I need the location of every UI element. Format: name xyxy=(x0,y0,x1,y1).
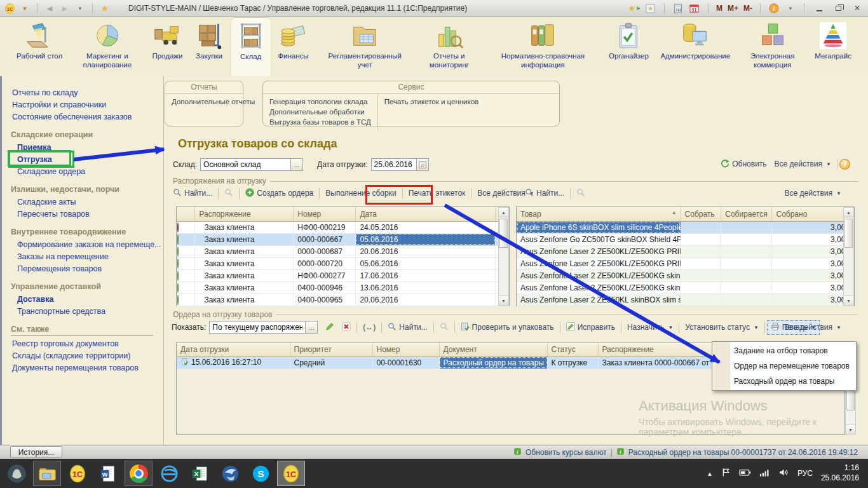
column-header[interactable]: Номер xyxy=(372,342,439,356)
info-dropdown-icon[interactable]: ▼ xyxy=(785,3,796,14)
close-button[interactable]: × xyxy=(850,3,864,14)
taskbar-ie-icon[interactable] xyxy=(155,461,183,486)
fix-button[interactable]: Исправить xyxy=(562,320,619,335)
forward-icon[interactable]: ▶ xyxy=(59,3,71,14)
all-actions-button-goods[interactable]: Все действия▼ xyxy=(781,187,845,200)
menu-item-задание-на-отбор-товаров[interactable]: Задание на отбор товаров xyxy=(712,343,856,358)
show-filter-picker-button[interactable]: ... xyxy=(306,321,318,334)
clear-search-button-bottom[interactable] xyxy=(436,320,452,335)
table-row[interactable]: Заказ клиентаНФ00-00021924.05.2016С xyxy=(177,221,509,233)
ribbon-tab-маркетинг-и-планирование[interactable]: Маркетинг и планирование xyxy=(69,17,146,76)
tray-expand-icon[interactable]: ▲ xyxy=(707,470,713,477)
info-icon[interactable]: i xyxy=(768,3,780,14)
sidebar-item-доставка[interactable]: Доставка xyxy=(11,293,159,305)
sidebar-item-документы-перемещения-товаров[interactable]: Документы перемещения товаров xyxy=(11,362,159,374)
column-header[interactable]: Товар▲ xyxy=(517,207,681,221)
column-header[interactable]: Собирается xyxy=(721,207,772,221)
taskbar-chrome-icon[interactable] xyxy=(125,461,153,486)
app-1c-icon[interactable]: 1С xyxy=(4,3,15,14)
column-header[interactable] xyxy=(177,207,195,221)
sidebar-item-формирование-заказов-на-перемеще-[interactable]: Формирование заказов на перемеще... xyxy=(11,238,159,250)
scroll-up-icon[interactable]: ▲ xyxy=(844,208,853,217)
assembly-button[interactable]: Выполнение сборки xyxy=(322,187,400,200)
scroll-down-icon[interactable]: ▼ xyxy=(846,424,855,434)
sidebar-item-складские-ордера[interactable]: Складские ордера xyxy=(11,165,159,177)
orders-table-scrollbar[interactable]: ▲ ▼ xyxy=(498,207,509,306)
table-row[interactable]: Asus Zenfone Laser 2 ZE550KL skinBOX sli… xyxy=(517,294,854,306)
column-header[interactable]: Дата xyxy=(356,207,496,221)
column-header[interactable]: Номер xyxy=(294,207,356,221)
sidebar-item-реестр-торговых-документов[interactable]: Реестр торговых документов xyxy=(11,337,159,349)
orders-table[interactable]: РаспоряжениеНомерДатаПЗаказ клиентаНФ00-… xyxy=(176,207,510,306)
ribbon-tab-финансы[interactable]: Финансы xyxy=(273,17,313,76)
goods-table[interactable]: Товар▲СобратьСобираетсяСобраноApple iPho… xyxy=(516,207,855,306)
taskbar-explorer-icon[interactable] xyxy=(33,461,61,486)
sidebar-item-пересчеты-товаров[interactable]: Пересчеты товаров xyxy=(11,208,159,220)
column-header[interactable]: Распоряжение xyxy=(195,207,294,221)
table-row[interactable]: Asus Zenfone Laser 2 ZE500KL/ZE500KG ski… xyxy=(517,269,854,281)
sidebar-item-складские-акты[interactable]: Складские акты xyxy=(11,196,159,208)
history-dropdown-icon[interactable]: ▼ xyxy=(74,3,86,14)
taskbar-word-icon[interactable]: W xyxy=(94,461,122,486)
clear-search-button-goods[interactable] xyxy=(573,186,589,201)
ribbon-tab-нормативно-справочная-информация[interactable]: Нормативно-справочная информация xyxy=(484,17,602,76)
menu-item-ордер-на-перемещение-товаров[interactable]: Ордер на перемещение товаров xyxy=(712,358,856,374)
clear-filter-button[interactable] xyxy=(338,320,355,335)
table-row[interactable]: Asus Zenfone Laser 2 ZE500KL/ZE500KG PRI… xyxy=(517,257,854,269)
table-row[interactable]: Заказ клиента0400-00096520.06.2016О xyxy=(177,294,509,306)
memory-m-plus-button[interactable]: M+ xyxy=(728,4,738,13)
find-button-goods[interactable]: Найти... xyxy=(521,186,568,201)
command-link[interactable]: Дополнительные обработки xyxy=(268,107,372,117)
column-header[interactable]: Документ xyxy=(439,342,547,356)
command-link[interactable]: Печать этикеток и ценников xyxy=(383,97,480,107)
check-and-pack-button[interactable]: Проверить и упаковать xyxy=(457,320,558,335)
sidebar-item-отгрузка[interactable]: Отгрузка xyxy=(11,153,72,165)
volume-icon[interactable] xyxy=(778,468,789,478)
taskbar-thunderbird-icon[interactable] xyxy=(216,461,244,486)
table-row[interactable]: Asus Zenfone Laser 2 ZE500KL/ZE500KG ski… xyxy=(517,281,854,294)
ribbon-tab-администрирование[interactable]: Администрирование xyxy=(655,17,735,76)
taskbar-excel-icon[interactable]: X xyxy=(186,461,214,486)
sidebar-item-настройки-и-справочники[interactable]: Настройки и справочники xyxy=(11,98,159,111)
favorites-star-icon[interactable]: ★ xyxy=(99,3,111,14)
find-button-bottom[interactable]: Найти... xyxy=(384,320,431,335)
ribbon-tab-мегапрайс[interactable]: Мегапрайс xyxy=(810,17,857,76)
calendar-icon[interactable]: 31 xyxy=(689,3,700,14)
set-status-button[interactable]: Установить статус▼ xyxy=(681,321,763,334)
show-filter-input[interactable] xyxy=(209,321,306,334)
ribbon-tab-рабочий-стол[interactable]: Рабочий стол xyxy=(11,17,67,76)
table-row[interactable]: Asus Zenfone Go ZC500TG skinBOX Shield 4… xyxy=(517,233,854,245)
ribbon-tab-продажи[interactable]: Продажи xyxy=(147,17,187,76)
sidebar-item-состояние-обеспечения-заказов[interactable]: Состояние обеспечения заказов xyxy=(11,111,159,123)
calculator-icon[interactable] xyxy=(672,3,684,14)
sidebar-item-отчеты-по-складу[interactable]: Отчеты по складу xyxy=(11,86,159,98)
column-header[interactable]: Статус xyxy=(547,342,598,356)
command-link[interactable]: Генерация топологии склада xyxy=(268,97,372,107)
refresh-button[interactable]: Обновить xyxy=(717,157,770,172)
minimize-button[interactable] xyxy=(812,3,826,14)
ship-date-input[interactable] xyxy=(371,158,417,171)
edit-filter-button[interactable] xyxy=(322,320,338,335)
clock[interactable]: 1:16 25.06.2016 xyxy=(821,463,859,483)
history-button[interactable]: История... xyxy=(10,446,62,458)
table-row[interactable]: Заказ клиента0000-00072005.06.2016В. xyxy=(177,257,509,269)
table-row[interactable]: Apple iPhone 6S skinBOX slim silicone 4P… xyxy=(517,221,854,233)
taskbar-start-button[interactable] xyxy=(3,461,31,486)
autofit-columns-button[interactable]: (↔) xyxy=(359,321,379,334)
memory-m-minus-button[interactable]: M- xyxy=(743,4,752,13)
scroll-down-icon[interactable]: ▼ xyxy=(844,295,853,305)
column-header[interactable]: Приоритет xyxy=(290,342,372,356)
currency-notice[interactable]: Обновить курсы валют xyxy=(526,448,607,457)
taskbar-skype-icon[interactable]: S xyxy=(247,461,275,486)
table-row[interactable]: Заказ клиента0000-00066705.06.2016В. xyxy=(177,233,509,245)
restore-button[interactable] xyxy=(831,3,845,14)
back-icon[interactable]: ◀ xyxy=(44,3,55,14)
find-button[interactable]: Найти... xyxy=(169,186,216,201)
table-row[interactable]: Заказ клиентаНФ00-00027717.06.2016Д xyxy=(177,269,509,281)
all-actions-button-bottom[interactable]: Все действия▼ xyxy=(781,321,845,334)
all-actions-button-top[interactable]: Все действия▼ xyxy=(771,158,835,170)
scroll-up-icon[interactable]: ▲ xyxy=(499,208,508,217)
help-button[interactable]: ? xyxy=(839,159,850,170)
warehouse-input[interactable] xyxy=(200,158,291,171)
taskbar-1c-icon[interactable]: 1С xyxy=(64,461,92,486)
